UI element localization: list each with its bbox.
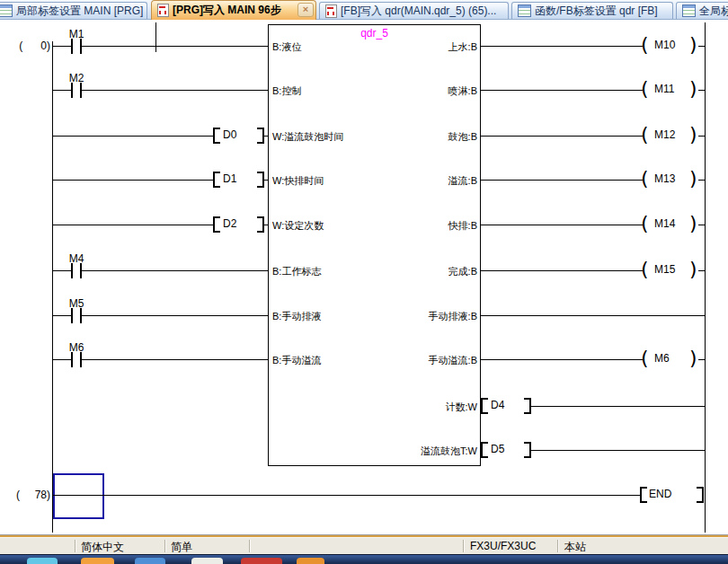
operand-label[interactable]: D0	[223, 128, 255, 141]
tab-4[interactable]: 函数/FB标签设置 qdr [FB]	[511, 2, 673, 19]
label-table-icon	[682, 4, 696, 17]
contact-bar[interactable]	[71, 308, 73, 323]
operand-bracket-close	[257, 216, 264, 233]
operand-bracket-open	[213, 216, 220, 233]
end-bracket-close	[697, 487, 704, 503]
contact-label[interactable]: M2	[63, 72, 90, 84]
ladder-editor[interactable]: qdr_5 B:液位B:控制W:溢流鼓泡时间W:快排时间W:设定次数B:工作标志…	[0, 20, 728, 536]
tab-label: 全局标	[699, 4, 728, 19]
rung-wire	[698, 225, 705, 225]
rung-wire	[481, 136, 643, 137]
coil-label[interactable]: M6	[654, 352, 692, 365]
coil-label[interactable]: M11	[654, 83, 692, 95]
label-table-icon	[0, 4, 13, 17]
coil-label[interactable]: M13	[654, 172, 692, 185]
fb-output-pin-label[interactable]: 手动排液:B	[429, 310, 477, 323]
tab-label: [FB]写入 qdr(MAIN.qdr_5) (65)...	[341, 4, 496, 19]
rung-wire	[264, 180, 268, 181]
contact-bar[interactable]	[71, 83, 73, 98]
contact-bar[interactable]	[71, 352, 73, 367]
taskbar-icon-6[interactable]	[297, 558, 324, 564]
page-break-line	[155, 22, 156, 52]
step-number: ( 0)	[4, 40, 50, 52]
coil-paren-close: )	[689, 170, 697, 188]
rung-wire	[52, 46, 71, 47]
rung-wire	[264, 225, 268, 225]
operand-label[interactable]: D4	[491, 399, 521, 411]
contact-bar[interactable]	[80, 263, 82, 278]
ladder-program-icon	[157, 4, 169, 17]
close-tab-button[interactable]: ×	[297, 3, 314, 17]
contact-bar[interactable]	[80, 39, 82, 54]
coil-paren-close: )	[689, 36, 697, 54]
contact-bar[interactable]	[71, 263, 73, 278]
tab-1[interactable]: 局部标签设置 MAIN [PRG]	[0, 2, 147, 19]
contact-label[interactable]: M5	[63, 297, 90, 310]
taskbar-icon-2[interactable]	[81, 558, 114, 564]
status-divider	[249, 540, 250, 552]
taskbar-icon-3[interactable]	[135, 558, 165, 564]
coil-label[interactable]: M15	[654, 263, 692, 276]
fb-input-pin-label[interactable]: B:液位	[272, 40, 301, 54]
left-power-rail	[52, 41, 53, 533]
coil-paren-close: )	[689, 126, 697, 144]
contact-bar[interactable]	[80, 83, 82, 98]
coil-label[interactable]: M14	[654, 217, 692, 230]
coil-paren-open: (	[641, 349, 649, 367]
fb-output-pin-label[interactable]: 完成:B	[448, 265, 477, 278]
taskbar-icon-1[interactable]	[27, 558, 58, 564]
tab-5[interactable]: 全局标	[676, 2, 728, 19]
fb-output-pin-label[interactable]: 喷淋:B	[448, 84, 477, 98]
tab-label: 局部标签设置 MAIN [PRG]	[16, 4, 143, 19]
fb-input-pin-label[interactable]: W:溢流鼓泡时间	[272, 130, 343, 144]
coil-label[interactable]: M10	[654, 39, 692, 51]
rung-wire	[698, 359, 705, 360]
tab-3[interactable]: [FB]写入 qdr(MAIN.qdr_5) (65)...	[319, 2, 509, 19]
coil-paren-open: (	[641, 170, 649, 188]
rung-wire	[82, 46, 268, 47]
fb-input-pin-label[interactable]: W:快排时间	[272, 174, 324, 188]
contact-label[interactable]: M6	[63, 341, 90, 354]
rung-wire	[481, 225, 643, 225]
fb-output-pin-label[interactable]: 手动溢流:B	[429, 354, 477, 367]
contact-label[interactable]: M4	[63, 252, 90, 265]
taskbar-icon-4[interactable]	[191, 558, 223, 564]
fb-output-pin-label[interactable]: 计数:W	[446, 401, 477, 414]
ladder-program-icon	[325, 4, 337, 18]
selection-cursor[interactable]	[53, 473, 104, 519]
contact-bar[interactable]	[80, 352, 82, 367]
fb-input-pin-label[interactable]: B:控制	[272, 84, 301, 98]
rung-wire	[82, 270, 268, 271]
contact-bar[interactable]	[80, 308, 82, 323]
contact-label[interactable]: M1	[63, 28, 90, 40]
operand-bracket-close	[524, 442, 531, 458]
coil-label[interactable]: M12	[654, 128, 692, 141]
fb-input-pin-label[interactable]: B:手动溢流	[272, 354, 321, 367]
plc-editor-window: × 局部标签设置 MAIN [PRG][PRG]写入 MAIN 96步[FB]写…	[0, 0, 728, 564]
fb-input-pin-label[interactable]: B:工作标志	[272, 265, 321, 278]
end-instruction[interactable]: END	[649, 488, 685, 500]
coil-paren-close: )	[689, 215, 697, 233]
fb-block-qdr5[interactable]: qdr_5 B:液位B:控制W:溢流鼓泡时间W:快排时间W:设定次数B:工作标志…	[268, 24, 481, 466]
fb-output-pin-label[interactable]: 溢流:B	[448, 174, 477, 188]
taskbar-icon-5[interactable]	[241, 558, 282, 564]
rung-wire	[481, 180, 643, 181]
rung-wire	[52, 90, 71, 91]
operand-label[interactable]: D2	[223, 217, 255, 230]
status-divider	[463, 540, 464, 552]
rung-wire	[52, 180, 213, 181]
fb-input-pin-label[interactable]: W:设定次数	[272, 219, 324, 233]
rung-wire	[531, 406, 705, 407]
fb-output-pin-label[interactable]: 上水:B	[448, 40, 477, 54]
fb-input-pin-label[interactable]: B:手动排液	[272, 310, 321, 323]
tab-2[interactable]: [PRG]写入 MAIN 96步	[151, 0, 316, 20]
contact-bar[interactable]	[71, 39, 73, 54]
fb-output-pin-label[interactable]: 溢流鼓泡T:W	[421, 445, 477, 458]
operand-bracket-open	[213, 128, 220, 144]
operand-bracket-open	[213, 172, 220, 188]
rung-wire	[52, 495, 640, 496]
operand-label[interactable]: D1	[223, 172, 255, 185]
fb-output-pin-label[interactable]: 快排:B	[448, 219, 477, 233]
operand-label[interactable]: D5	[491, 443, 521, 455]
fb-output-pin-label[interactable]: 鼓泡:B	[448, 130, 477, 144]
